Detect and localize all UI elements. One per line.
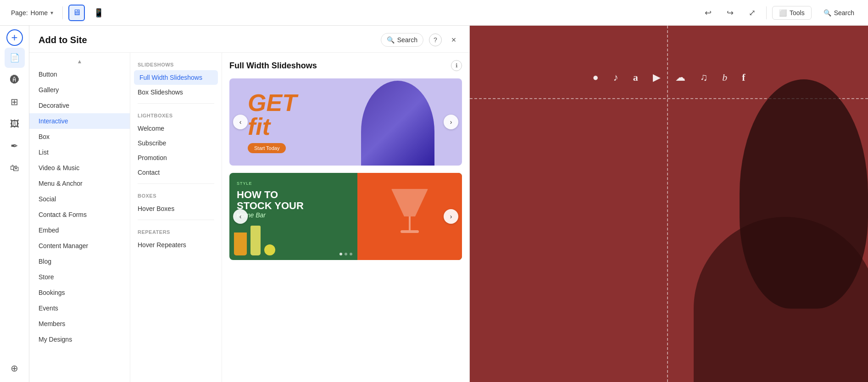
body-shape (694, 217, 868, 382)
content-info-btn[interactable]: ℹ (451, 60, 462, 71)
mobile-view-btn[interactable]: 📱 (90, 5, 107, 21)
design-btn[interactable]: 🅐 (5, 70, 25, 90)
tiktok-icon: ♫ (700, 72, 708, 83)
homebar-card-bg: STYLE HOW TO STOCK YOUR Home Bar (229, 173, 462, 260)
panel-help-btn[interactable]: ? (429, 33, 442, 46)
tools-btn[interactable]: ⬜ Tools (772, 6, 812, 20)
section-label-lightboxes: LIGHTBOXES (130, 107, 222, 121)
apps-btn[interactable]: ⊞ (5, 92, 25, 112)
redo-icon: ↪ (727, 8, 734, 18)
media-btn[interactable]: 🖼 (5, 114, 25, 134)
design-icon: 🅐 (10, 75, 19, 85)
panel-close-btn[interactable]: × (447, 33, 460, 46)
collapse-btn[interactable]: ⤢ (744, 5, 761, 21)
tools-icon: ⬜ (779, 9, 787, 17)
help-icon: ? (434, 36, 437, 44)
subcategory-subscribe[interactable]: Subscribe (130, 136, 222, 150)
subcategory-box-slideshows[interactable]: Box Slideshows (130, 85, 222, 100)
homebar-prev-btn[interactable]: ‹ (233, 209, 248, 224)
subcategory-hover-boxes[interactable]: Hover Boxes (130, 201, 222, 216)
category-item-interactive[interactable]: Interactive (29, 113, 130, 129)
subcategory-welcome[interactable]: Welcome (130, 121, 222, 136)
homebar-title-line2: STOCK YOUR (237, 200, 350, 211)
store-icon: 🛍 (10, 163, 19, 173)
category-item-store[interactable]: Store (29, 269, 130, 285)
redo-btn[interactable]: ↪ (722, 5, 739, 21)
homebar-next-btn[interactable]: › (444, 209, 458, 224)
pages-btn[interactable]: 📄 (5, 48, 25, 68)
category-item-decorative[interactable]: Decorative (29, 98, 130, 113)
mobile-icon: 📱 (94, 8, 104, 18)
dot-3 (350, 253, 352, 255)
canvas-area: ● ♪ a ▶ ☁ ♫ b f (470, 26, 868, 382)
homebar-left: STYLE HOW TO STOCK YOUR Home Bar (229, 173, 357, 260)
panel-header: Add to Site 🔍 Search ? × (29, 26, 469, 53)
category-item-embed[interactable]: Embed (29, 222, 130, 238)
toolbar-search-btn[interactable]: 🔍 Search (817, 6, 861, 19)
category-item-events[interactable]: Events (29, 300, 130, 316)
panel-search-btn[interactable]: 🔍 Search (381, 33, 423, 47)
undo-btn[interactable]: ↩ (700, 5, 717, 21)
panel-body: ▲ Button Gallery Decorative Interactive … (29, 53, 469, 382)
category-list: ▲ Button Gallery Decorative Interactive … (29, 53, 130, 382)
category-item-menu-anchor[interactable]: Menu & Anchor (29, 176, 130, 191)
section-label-boxes: BOXES (130, 188, 222, 201)
soundcloud-icon: ☁ (675, 72, 685, 83)
page-dropdown-icon: ▾ (50, 10, 53, 16)
page-name: Home (31, 9, 48, 17)
category-item-bookings[interactable]: Bookings (29, 285, 130, 300)
glass-stem (409, 216, 411, 230)
drink-glass-2 (250, 226, 261, 255)
fitness-person (361, 78, 453, 166)
canvas-person-bg (648, 70, 868, 382)
subcategory-promotion[interactable]: Promotion (130, 150, 222, 165)
blog-btn[interactable]: ✒ (5, 136, 25, 156)
amazon-icon: a (633, 72, 638, 83)
category-item-list[interactable]: List (29, 144, 130, 160)
lemon (264, 244, 275, 255)
content-area: Full Width Slideshows ℹ GET fit Start To… (222, 53, 469, 382)
fitness-slideshow-card[interactable]: GET fit Start Today ‹ › (229, 78, 462, 166)
category-item-blog[interactable]: Blog (29, 254, 130, 269)
toolbar-divider-2 (766, 6, 767, 19)
close-icon: × (451, 35, 456, 45)
scroll-up-indicator: ▲ (29, 56, 130, 66)
category-item-social[interactable]: Social (29, 191, 130, 207)
subcategory-full-width-slideshows[interactable]: Full Width Slideshows (134, 70, 218, 85)
category-item-content-manager[interactable]: Content Manager (29, 238, 130, 254)
music-icon: ♪ (613, 72, 618, 83)
category-item-contact-forms[interactable]: Contact & Forms (29, 207, 130, 222)
drinks-area (234, 226, 275, 255)
category-item-video-music[interactable]: Video & Music (29, 160, 130, 176)
apps-icon: ⊞ (11, 96, 18, 107)
category-item-members[interactable]: Members (29, 316, 130, 332)
tools-label: Tools (790, 9, 805, 17)
page-selector[interactable]: Page: Home ▾ (7, 7, 57, 18)
subcategory-divider-2 (138, 183, 214, 184)
subcategory-hover-repeaters[interactable]: Hover Repeaters (130, 238, 222, 252)
youtube-icon: ▶ (653, 72, 661, 83)
fitness-card-bg: GET fit Start Today (229, 78, 462, 166)
fitness-fit-text: fit (248, 115, 297, 138)
content-header: Full Width Slideshows ℹ (229, 60, 462, 71)
desktop-view-btn[interactable]: 🖥 (68, 5, 85, 21)
layers-btn[interactable]: ⊕ (5, 358, 25, 378)
add-elements-btn[interactable]: + (6, 29, 23, 46)
category-item-gallery[interactable]: Gallery (29, 82, 130, 98)
subcategory-contact[interactable]: Contact (130, 165, 222, 180)
toolbar-divider-1 (62, 6, 63, 19)
section-label-repeaters: REPEATERS (130, 224, 222, 238)
search-label: Search (834, 9, 854, 17)
add-to-site-panel: Add to Site 🔍 Search ? × ▲ Button Ga (29, 26, 470, 382)
page-label: Page: (11, 9, 28, 17)
category-item-my-designs[interactable]: My Designs (29, 332, 130, 347)
fitness-next-btn[interactable]: › (444, 115, 458, 129)
store-btn[interactable]: 🛍 (5, 158, 25, 178)
fitness-text: GET fit Start Today (248, 91, 297, 153)
undo-icon: ↩ (705, 8, 712, 18)
fitness-prev-btn[interactable]: ‹ (233, 115, 248, 129)
category-item-button[interactable]: Button (29, 66, 130, 82)
info-icon: ℹ (456, 62, 458, 69)
category-item-box[interactable]: Box (29, 129, 130, 144)
homebar-slideshow-card[interactable]: STYLE HOW TO STOCK YOUR Home Bar (229, 173, 462, 260)
